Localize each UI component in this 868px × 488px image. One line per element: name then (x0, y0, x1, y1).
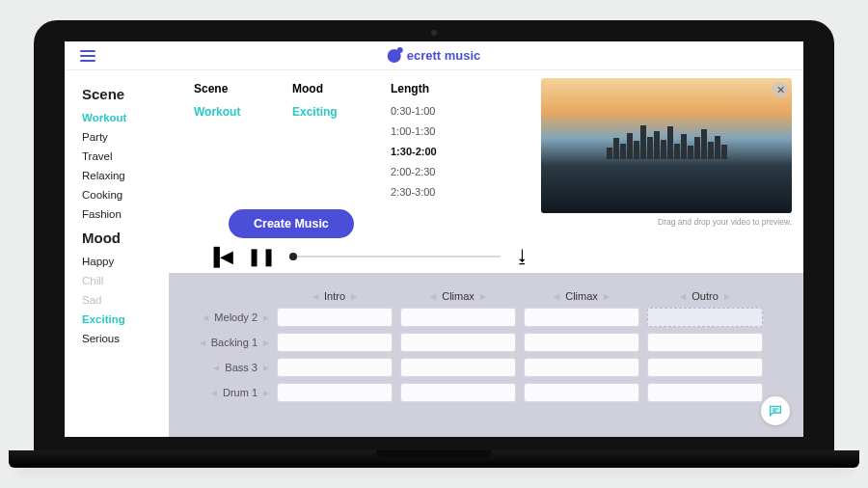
column-header[interactable]: ◀Outro▶ (647, 290, 763, 302)
brand: ecrett music (388, 48, 481, 63)
grid-cell[interactable] (400, 358, 516, 377)
length-option[interactable]: 1:00-1:30 (391, 122, 450, 142)
sidebar-scene-fashion[interactable]: Fashion (82, 204, 169, 224)
row-label[interactable]: ◀Drum 1▶ (186, 387, 269, 398)
app-screen: ecrett music Scene Workout Party Travel … (65, 41, 803, 437)
menu-icon[interactable] (80, 50, 95, 62)
top-bar: ecrett music (65, 41, 803, 70)
chevron-right-icon: ▶ (480, 292, 486, 301)
grid-cell[interactable] (400, 333, 516, 352)
chevron-right-icon: ▶ (263, 339, 269, 347)
chevron-left-icon: ◀ (211, 389, 217, 397)
chevron-left-icon: ◀ (213, 364, 219, 372)
camera-dot (431, 30, 437, 36)
download-icon[interactable]: ⭳ (514, 247, 531, 267)
pause-icon[interactable]: ❚❚ (247, 246, 276, 267)
sidebar: Scene Workout Party Travel Relaxing Cook… (65, 70, 169, 437)
grid-cell[interactable] (647, 333, 763, 352)
sidebar-scene-relaxing[interactable]: Relaxing (82, 166, 169, 185)
laptop-frame: ecrett music Scene Workout Party Travel … (34, 20, 834, 468)
sidebar-mood-exciting[interactable]: Exciting (82, 310, 169, 329)
length-option-selected[interactable]: 1:30-2:00 (391, 142, 450, 162)
selected-scene[interactable]: Workout (194, 101, 254, 119)
main-panel: Scene Mood Length Workout Exciting 0:30-… (169, 70, 803, 437)
chevron-right-icon: ▶ (351, 292, 357, 301)
sidebar-scene-travel[interactable]: Travel (82, 147, 169, 166)
chevron-right-icon: ▶ (263, 389, 269, 397)
length-option[interactable]: 2:00-2:30 (391, 162, 450, 182)
heading-mood: Mood (292, 82, 352, 95)
column-header[interactable]: ◀Climax▶ (400, 290, 516, 302)
column-header[interactable]: ◀Climax▶ (524, 290, 639, 302)
sidebar-mood-happy[interactable]: Happy (82, 252, 169, 271)
video-hint: Drag and drop your video to preview. (541, 213, 792, 227)
content-area: Scene Workout Party Travel Relaxing Cook… (65, 70, 803, 437)
grid-cell[interactable] (524, 358, 639, 377)
sidebar-scene-party[interactable]: Party (82, 127, 169, 147)
chevron-left-icon: ◀ (200, 339, 205, 347)
grid-cell[interactable] (647, 383, 763, 402)
brand-logo-icon (388, 49, 401, 63)
upper-panel: Scene Mood Length Workout Exciting 0:30-… (169, 70, 803, 273)
progress-bar[interactable] (289, 256, 501, 258)
video-preview-panel: ✕ Drag and drop your video to preview. (541, 78, 792, 267)
heading-scene: Scene (194, 82, 254, 95)
chevron-left-icon: ◀ (680, 292, 686, 301)
grid-cell[interactable] (277, 358, 393, 377)
arrangement-grid: ◀Intro▶ ◀Climax▶ ◀Climax▶ ◀Outro▶ ◀Melod… (169, 273, 803, 437)
sidebar-scene-heading: Scene (82, 86, 169, 102)
sidebar-mood-sad[interactable]: Sad (82, 290, 169, 310)
grid-cell[interactable] (647, 358, 763, 377)
length-options: 0:30-1:00 1:00-1:30 1:30-2:00 2:00-2:30 … (391, 101, 450, 202)
chevron-right-icon: ▶ (724, 292, 730, 301)
laptop-base (9, 450, 859, 468)
chevron-left-icon: ◀ (203, 313, 208, 322)
screen-bezel: ecrett music Scene Workout Party Travel … (34, 20, 834, 450)
prev-track-icon[interactable]: ▐◀ (207, 246, 233, 267)
row-label[interactable]: ◀Bass 3▶ (186, 362, 269, 373)
grid-cell[interactable] (277, 333, 393, 352)
column-header[interactable]: ◀Intro▶ (277, 290, 393, 302)
grid-cell[interactable] (400, 308, 516, 327)
length-option[interactable]: 2:30-3:00 (391, 182, 450, 203)
grid-cell[interactable] (524, 383, 639, 402)
selectors: Scene Mood Length Workout Exciting 0:30-… (176, 78, 531, 267)
sidebar-mood-serious[interactable]: Serious (82, 329, 169, 348)
brand-name: ecrett music (407, 48, 481, 63)
sidebar-scene-workout[interactable]: Workout (82, 108, 169, 127)
chevron-right-icon: ▶ (604, 292, 610, 301)
chat-button[interactable] (761, 396, 790, 425)
sidebar-scene-cooking[interactable]: Cooking (82, 185, 169, 204)
skyline-art (541, 122, 792, 159)
sidebar-mood-heading: Mood (82, 230, 169, 246)
grid-cell[interactable] (277, 308, 393, 327)
grid-cell[interactable] (400, 383, 516, 402)
chevron-right-icon: ▶ (263, 364, 269, 372)
row-label[interactable]: ◀Backing 1▶ (186, 337, 269, 348)
player-controls: ▐◀ ❚❚ ⭳ (176, 246, 531, 267)
chevron-left-icon: ◀ (554, 292, 559, 301)
row-label[interactable]: ◀Melody 2▶ (186, 312, 269, 323)
chevron-left-icon: ◀ (312, 292, 318, 301)
length-option[interactable]: 0:30-1:00 (391, 101, 450, 122)
chat-icon (768, 403, 783, 419)
grid-cell[interactable] (524, 308, 639, 327)
chevron-left-icon: ◀ (430, 292, 436, 301)
video-preview[interactable]: ✕ (541, 78, 792, 213)
heading-length: Length (391, 82, 450, 95)
create-music-button[interactable]: Create Music (229, 209, 354, 238)
grid-cell-empty[interactable] (647, 308, 763, 327)
grid-cell[interactable] (524, 333, 639, 352)
sidebar-mood-chill[interactable]: Chill (82, 271, 169, 290)
selected-mood[interactable]: Exciting (292, 101, 352, 119)
chevron-right-icon: ▶ (263, 313, 269, 322)
grid-cell[interactable] (277, 383, 393, 402)
close-icon[interactable]: ✕ (773, 82, 788, 97)
